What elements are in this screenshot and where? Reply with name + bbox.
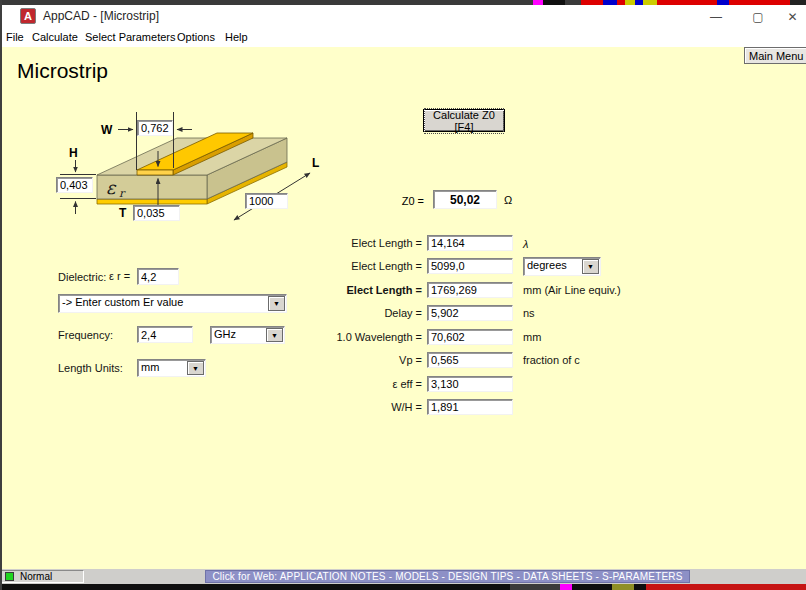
lambda-unit: λ	[523, 238, 528, 250]
bottom-artifact-strip	[0, 584, 806, 590]
z0-value[interactable]	[433, 190, 497, 209]
h-input[interactable]	[56, 177, 93, 193]
frequency-units-combo[interactable]: GHz ▼	[210, 326, 285, 344]
microstrip-diagram: ε r	[40, 107, 340, 237]
chevron-down-icon[interactable]: ▼	[266, 328, 283, 342]
menu-calculate[interactable]: Calculate	[32, 31, 78, 43]
elect-length-mm-label: Elect Length =	[302, 284, 422, 296]
elect-length-mm-input[interactable]	[427, 282, 513, 298]
eeff-input[interactable]	[427, 376, 513, 392]
wavelength-unit: mm	[523, 331, 541, 343]
z0-unit: Ω	[504, 194, 512, 206]
degrees-units-combo[interactable]: degrees ▼	[523, 257, 601, 276]
menu-options[interactable]: Options	[177, 31, 215, 43]
calculate-z0-label: Calculate Z0 [F4]	[424, 108, 504, 134]
w-input[interactable]	[137, 120, 173, 136]
appcad-logo-icon: A	[20, 8, 36, 24]
window-title: AppCAD - [Microstrip]	[43, 9, 159, 23]
minimize-button[interactable]: —	[695, 5, 737, 28]
elect-length-lambda-label: Elect Length =	[302, 237, 422, 249]
close-button[interactable]: ✕	[779, 5, 806, 28]
elect-length-lambda-input[interactable]	[427, 235, 513, 251]
wh-ratio-label: W/H =	[302, 401, 422, 413]
h-label: H	[69, 146, 78, 160]
chevron-down-icon[interactable]: ▼	[268, 296, 285, 311]
chevron-down-icon[interactable]: ▼	[187, 361, 204, 375]
main-menu-button[interactable]: Main Menu [F	[744, 47, 806, 64]
menu-file[interactable]: File	[6, 31, 24, 43]
frequency-input[interactable]	[137, 326, 193, 343]
er-input[interactable]	[137, 268, 179, 285]
menu-select-parameters[interactable]: Select Parameters	[85, 31, 175, 43]
appcad-window: A AppCAD - [Microstrip] — ▢ ✕ File Calcu…	[0, 0, 806, 590]
frequency-units-value: GHz	[211, 327, 265, 343]
wavelength-input[interactable]	[427, 329, 513, 345]
calculate-z0-button[interactable]: Calculate Z0 [F4]	[423, 109, 505, 132]
vp-input[interactable]	[427, 352, 513, 368]
w-label: W	[101, 123, 112, 137]
status-led-icon	[5, 572, 14, 581]
frequency-label: Frequency:	[58, 329, 113, 341]
dielectric-label: Dielectric:	[58, 271, 106, 283]
l-input[interactable]	[245, 193, 288, 209]
strip-front-face	[137, 170, 173, 175]
er-preset-value: -> Enter custom Er value	[59, 295, 267, 312]
eeff-label: ε eff =	[302, 378, 422, 390]
ground-plane-front	[97, 199, 207, 204]
vp-unit: fraction of c	[523, 354, 580, 366]
length-units-value: mm	[138, 360, 186, 376]
delay-unit: ns	[523, 307, 535, 319]
t-label: T	[119, 206, 126, 220]
status-mode-text: Normal	[20, 571, 52, 582]
status-bar: Normal Click for Web: APPLICATION NOTES …	[0, 569, 806, 584]
menu-bar: File Calculate Select Parameters Options…	[0, 28, 806, 47]
vp-label: Vp =	[302, 354, 422, 366]
delay-label: Delay =	[302, 307, 422, 319]
er-preset-combo[interactable]: -> Enter custom Er value ▼	[58, 294, 287, 313]
elect-length-degrees-input[interactable]	[427, 258, 513, 274]
status-mode-panel: Normal	[1, 570, 84, 583]
dielectric-er-label: ε r =	[109, 270, 130, 282]
length-units-label: Length Units:	[58, 362, 123, 374]
wavelength-label: 1.0 Wavelength =	[302, 331, 422, 343]
window-left-border	[0, 0, 2, 590]
l-label: L	[312, 156, 319, 170]
t-input[interactable]	[133, 205, 180, 221]
elect-length-mm-unit: mm (Air Line equiv.)	[523, 284, 621, 296]
delay-input[interactable]	[427, 305, 513, 321]
elect-length-degrees-label: Elect Length =	[302, 260, 422, 272]
title-bar: A AppCAD - [Microstrip] — ▢ ✕	[0, 5, 806, 28]
page-title: Microstrip	[17, 59, 108, 83]
menu-help[interactable]: Help	[225, 31, 248, 43]
degrees-units-value: degrees	[524, 258, 581, 275]
maximize-button[interactable]: ▢	[737, 5, 779, 28]
z0-label: Z0 =	[350, 195, 424, 207]
length-units-combo[interactable]: mm ▼	[137, 359, 206, 377]
wh-ratio-input[interactable]	[427, 399, 513, 415]
web-links-banner[interactable]: Click for Web: APPLICATION NOTES - MODEL…	[205, 570, 690, 583]
chevron-down-icon[interactable]: ▼	[582, 259, 599, 274]
